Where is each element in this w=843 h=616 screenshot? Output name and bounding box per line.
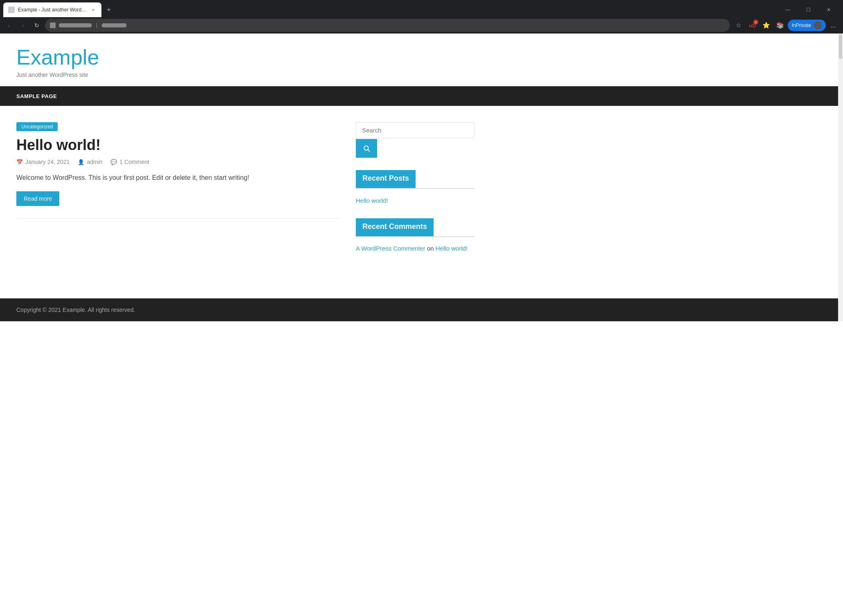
browser-chrome: Example - Just another WordPre... × + — … (0, 0, 843, 34)
url-text (59, 23, 92, 27)
nav-sample-page[interactable]: SAMPLE PAGE (16, 93, 57, 99)
tab-close-button[interactable]: × (90, 7, 97, 13)
author-icon: 👤 (78, 159, 84, 165)
recent-comments-title-wrap: Recent Comments (356, 218, 474, 237)
favorites-icon[interactable]: ☆ (732, 19, 745, 32)
site-footer: Copyright © 2021 Example. All rights res… (0, 298, 843, 321)
ublock-icon[interactable]: uD 0 (746, 19, 759, 32)
site-title[interactable]: Example (16, 46, 827, 69)
post-card: Uncategorized Hello world! 📅 January 24,… (16, 122, 339, 219)
url-path (102, 23, 126, 27)
tab-title: Example - Just another WordPre... (18, 7, 87, 13)
forward-button[interactable]: › (17, 20, 29, 31)
footer-text: Copyright © 2021 Example. All rights res… (16, 307, 827, 313)
toolbar-icons: ☆ uD 0 ⭐ 📚 InPrivate ... (732, 19, 840, 32)
scrollbar-thumb[interactable] (839, 34, 842, 59)
post-title: Hello world! (16, 136, 339, 154)
wordpress-site: Example Just another WordPress site SAMP… (0, 34, 843, 321)
back-button[interactable]: ‹ (3, 20, 15, 31)
site-navigation: SAMPLE PAGE (0, 86, 843, 106)
site-main: Uncategorized Hello world! 📅 January 24,… (0, 106, 491, 282)
minimize-button[interactable]: — (778, 4, 797, 16)
tab-favicon (8, 7, 15, 13)
refresh-button[interactable]: ↻ (31, 20, 43, 31)
post-date-item: 📅 January 24, 2021 (16, 159, 70, 165)
recent-comments-widget: Recent Comments A WordPress Commenter on… (356, 218, 474, 253)
sidebar: Recent Posts Hello world! Recent Comment… (356, 122, 474, 266)
post-author-item: 👤 admin (78, 159, 102, 165)
browser-body: Example Just another WordPress site SAMP… (0, 34, 843, 321)
posts-area: Uncategorized Hello world! 📅 January 24,… (16, 122, 339, 266)
scrollbar[interactable] (838, 34, 843, 321)
collections-icon[interactable]: 📚 (774, 19, 787, 32)
post-date: January 24, 2021 (25, 159, 70, 165)
window-controls: — ☐ ✕ (778, 4, 840, 16)
post-comments: 1 Comment (119, 159, 149, 165)
recent-posts-list: Hello world! (356, 195, 474, 206)
address-bar: ‹ › ↻ ☆ uD 0 ⭐ 📚 InPrivate ... (0, 17, 843, 34)
address-favicon (50, 22, 56, 28)
recent-post-item: Hello world! (356, 195, 474, 206)
maximize-button[interactable]: ☐ (799, 4, 818, 16)
new-tab-button[interactable]: + (103, 4, 115, 16)
recent-post-link[interactable]: Hello world! (356, 197, 388, 204)
close-button[interactable]: ✕ (819, 4, 838, 16)
read-more-button[interactable]: Read more (16, 191, 59, 206)
search-input[interactable] (356, 122, 474, 138)
search-icon (363, 145, 370, 152)
site-tagline: Just another WordPress site (16, 72, 827, 78)
inprivate-button[interactable]: InPrivate (788, 20, 826, 31)
comment-post-link[interactable]: Hello world! (436, 245, 468, 252)
site-header: Example Just another WordPress site (0, 34, 843, 86)
recent-posts-title-wrap: Recent Posts (356, 170, 474, 189)
star-icon[interactable]: ⭐ (760, 19, 773, 32)
commenter-link[interactable]: A WordPress Commenter (356, 245, 425, 252)
post-comments-item: 💬 1 Comment (110, 159, 149, 165)
recent-posts-title: Recent Posts (356, 170, 416, 188)
address-input[interactable] (45, 19, 730, 32)
comment-icon: 💬 (110, 159, 117, 165)
search-widget (356, 122, 474, 158)
avatar (814, 21, 822, 29)
post-meta: 📅 January 24, 2021 👤 admin 💬 1 Comment (16, 159, 339, 165)
browser-tab[interactable]: Example - Just another WordPre... × (3, 2, 101, 17)
tab-bar: Example - Just another WordPre... × + — … (0, 0, 843, 17)
on-text: on (427, 245, 434, 252)
post-excerpt: Welcome to WordPress. This is your first… (16, 172, 339, 183)
svg-line-1 (368, 150, 369, 152)
recent-comment-item: A WordPress Commenter on Hello world! (356, 244, 474, 253)
ublock-badge: 0 (753, 20, 758, 25)
search-button[interactable] (356, 139, 377, 158)
post-category-badge[interactable]: Uncategorized (16, 122, 58, 131)
recent-posts-widget: Recent Posts Hello world! (356, 170, 474, 206)
url-separator (97, 22, 97, 28)
more-button[interactable]: ... (827, 19, 840, 32)
recent-comments-title: Recent Comments (356, 218, 434, 236)
calendar-icon: 📅 (16, 159, 23, 165)
post-author: admin (87, 159, 102, 165)
